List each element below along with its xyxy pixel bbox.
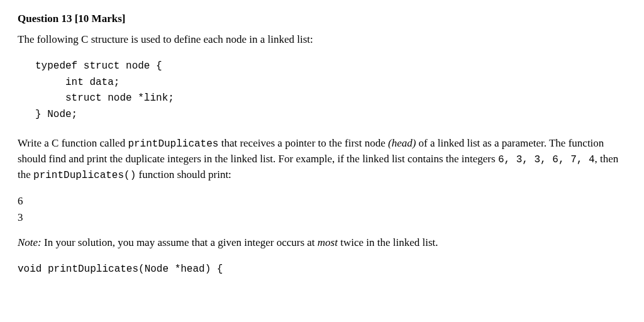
text-segment: Write a C function called xyxy=(18,137,128,149)
text-segment: that receives a pointer to the first nod… xyxy=(218,137,388,149)
fn-name: printDuplicates xyxy=(128,138,218,150)
code-struct-block: typedef struct node { int data; struct n… xyxy=(35,58,626,123)
note-paragraph: Note: In your solution, you may assume t… xyxy=(18,235,626,251)
intro-text: The following C structure is used to def… xyxy=(18,32,626,48)
italic-most: most xyxy=(318,236,338,248)
expected-output: 6 3 xyxy=(18,193,626,225)
text-segment: function should print: xyxy=(136,169,231,180)
output-line: 3 xyxy=(18,209,626,226)
example-numbers: 6, 3, 3, 6, 7, 4 xyxy=(498,154,595,165)
text-segment: In your solution, you may assume that a … xyxy=(42,236,318,248)
note-label: Note: xyxy=(18,236,42,248)
text-segment: twice in the linked list. xyxy=(338,236,438,248)
question-label: Question 13 xyxy=(18,13,72,25)
italic-head: (head) xyxy=(388,137,416,149)
instruction-paragraph: Write a C function called printDuplicate… xyxy=(18,136,626,184)
function-signature: void printDuplicates(Node *head) { xyxy=(18,262,626,277)
question-header: Question 13 [10 Marks] xyxy=(18,11,626,27)
question-marks: [10 Marks] xyxy=(75,13,126,25)
fn-name-call: printDuplicates() xyxy=(33,170,136,181)
output-line: 6 xyxy=(18,193,626,209)
